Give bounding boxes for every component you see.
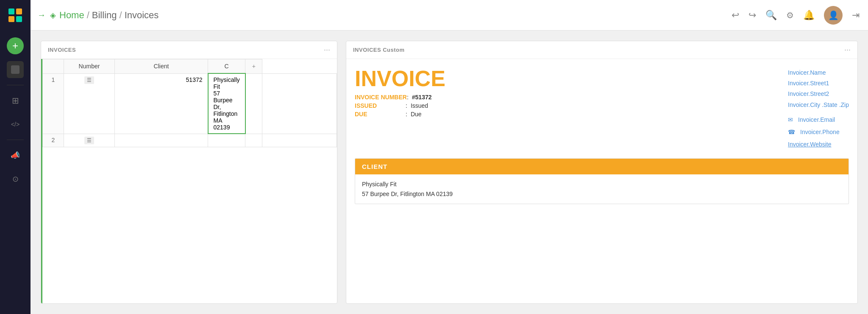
th-add[interactable]: +: [245, 59, 262, 74]
invoice-due-value: Due: [411, 111, 422, 118]
row-empty-2: [262, 134, 337, 147]
invoice-top: INVOICE INVOICE NUMBER : #51372 ISSUED :…: [355, 67, 849, 150]
client-body: Physically Fit 57 Burpee Dr, Fitlington …: [355, 174, 849, 204]
th-empty: [43, 59, 64, 74]
invoicer-street1[interactable]: Invoicer.Street1: [788, 78, 849, 89]
row-c-2: [245, 134, 262, 147]
sidebar-item-help[interactable]: ⊙: [7, 171, 24, 188]
client-address-preview: 57 Burpee Dr, Fitlington MA 02139: [362, 189, 842, 199]
sidebar-item-megaphone[interactable]: 📣: [7, 147, 24, 164]
invoicer-contact: ✉ Invoicer.Email ☎ Invoicer.Phone Invoic…: [788, 115, 849, 150]
row-number-2: [115, 134, 208, 147]
topbar: → ◈ Home / Billing / Invoices ↩ ↪ 🔍 ⚙ 🔔 …: [0, 0, 868, 31]
row-empty-1: [262, 73, 337, 134]
breadcrumb-billing[interactable]: Billing: [92, 10, 117, 21]
sidebar-item-active[interactable]: [7, 61, 24, 78]
invoicer-info: Invoicer.Name Invoicer.Street1 Invoicer.…: [788, 67, 849, 150]
invoicer-email[interactable]: Invoicer.Email: [798, 115, 835, 125]
phone-icon: ☎: [788, 127, 795, 137]
undo-button[interactable]: ↩: [732, 10, 739, 21]
sidebar-item-code[interactable]: </>: [7, 116, 24, 133]
invoice-title-text: INVOICE: [355, 67, 445, 90]
invoice-due-colon: :: [406, 111, 407, 118]
invoices-more-icon[interactable]: ···: [324, 45, 330, 54]
expand-button[interactable]: ⇥: [852, 10, 860, 21]
breadcrumb-invoices[interactable]: Invoices: [125, 10, 159, 21]
invoice-preview-panel: INVOICES Custom ··· INVOICE INVOICE NUMB…: [346, 41, 858, 304]
invoicer-street2[interactable]: Invoicer.Street2: [788, 89, 849, 99]
invoices-table: Number Client C + 1 ☰ 51372 Physicall: [42, 59, 337, 147]
row-num-1: 1: [43, 73, 64, 134]
logo: [0, 0, 31, 31]
table-wrapper: Number Client C + 1 ☰ 51372 Physicall: [41, 59, 337, 303]
breadcrumb-doc-icon: ◈: [50, 11, 56, 20]
row-client-1[interactable]: Physically Fit 57 Burpee Dr, Fitlington …: [208, 73, 245, 134]
bell-button[interactable]: 🔔: [803, 10, 815, 21]
row-icon-2[interactable]: ☰: [64, 134, 115, 147]
row-client-2[interactable]: [208, 134, 245, 147]
row-icon-1[interactable]: ☰: [64, 73, 115, 134]
th-number: Number: [64, 59, 115, 74]
row-menu-btn-2[interactable]: ☰: [84, 137, 94, 144]
invoice-issued-colon: :: [406, 102, 407, 109]
client-header: CLIENT: [355, 159, 849, 174]
breadcrumb-home[interactable]: Home: [59, 10, 84, 21]
sidebar-item-grid[interactable]: ⊞: [7, 92, 24, 109]
client-name-preview: Physically Fit: [362, 179, 842, 189]
invoice-preview-header: INVOICES Custom ···: [346, 41, 857, 59]
nav-arrow-icon[interactable]: →: [37, 10, 46, 20]
invoice-due-label: DUE: [355, 111, 406, 118]
row-c-1: [245, 73, 262, 134]
invoicer-city[interactable]: Invoicer.City .State .Zip: [788, 100, 849, 110]
sidebar-divider2: [7, 140, 24, 140]
email-icon: ✉: [788, 115, 793, 125]
invoice-preview-body: INVOICE INVOICE NUMBER : #51372 ISSUED :…: [346, 59, 857, 303]
invoices-panel: INVOICES ··· Number Client C +: [41, 41, 337, 304]
invoice-number-label: INVOICE NUMBER: [355, 94, 407, 101]
sidebar-active-icon: [11, 65, 19, 74]
table-row: 1 ☰ 51372 Physically Fit 57 Burpee Dr, F…: [43, 73, 337, 134]
invoicer-website[interactable]: Invoicer.Website: [788, 141, 831, 148]
invoice-issued-row: ISSUED : Issued: [355, 102, 445, 109]
sidebar: + ⊞ </> 📣 ⊙: [0, 31, 31, 314]
invoice-number-row: INVOICE NUMBER : #51372: [355, 94, 445, 101]
share-button[interactable]: ⚙: [786, 10, 794, 20]
invoice-number-value: #51372: [412, 94, 432, 101]
table-row: 2 ☰: [43, 134, 337, 147]
row-number-1[interactable]: 51372: [115, 73, 208, 134]
invoice-issued-value: Issued: [411, 102, 428, 109]
invoicer-name[interactable]: Invoicer.Name: [788, 67, 849, 78]
client-address-1: 57 Burpee Dr, Fitlington MA 02139: [214, 90, 240, 131]
sidebar-divider: [7, 85, 24, 85]
invoice-number-colon: :: [407, 94, 409, 101]
breadcrumb-sep2: /: [120, 10, 122, 21]
search-button[interactable]: 🔍: [765, 10, 777, 21]
client-section: CLIENT Physically Fit 57 Burpee Dr, Fitl…: [355, 158, 849, 204]
topbar-actions: ↩ ↪ 🔍 ⚙ 🔔 👤 ⇥: [732, 6, 860, 25]
main-area: + ⊞ </> 📣 ⊙ INVOICES ··· Number: [0, 31, 868, 314]
invoice-due-row: DUE : Due: [355, 111, 445, 118]
invoice-details: INVOICE NUMBER : #51372 ISSUED : Issued …: [355, 94, 445, 118]
breadcrumb-sep1: /: [87, 10, 89, 21]
avatar[interactable]: 👤: [824, 6, 843, 25]
breadcrumb: Home / Billing / Invoices: [59, 10, 159, 21]
invoicer-phone[interactable]: Invoicer.Phone: [800, 127, 840, 137]
invoice-preview-more-icon[interactable]: ···: [844, 45, 851, 54]
invoice-preview-title: INVOICES Custom: [353, 47, 405, 53]
content-area: INVOICES ··· Number Client C +: [31, 31, 868, 314]
redo-button[interactable]: ↪: [748, 10, 756, 21]
th-c: C: [208, 59, 245, 74]
row-menu-btn-1[interactable]: ☰: [84, 76, 94, 84]
invoice-big-title: INVOICE INVOICE NUMBER : #51372 ISSUED :…: [355, 67, 445, 150]
client-name-1: Physically Fit: [214, 76, 240, 90]
th-client: Client: [115, 59, 208, 74]
invoices-panel-title: INVOICES: [48, 47, 76, 53]
invoices-panel-header: INVOICES ···: [41, 41, 337, 59]
row-num-2: 2: [43, 134, 64, 147]
invoice-issued-label: ISSUED: [355, 102, 406, 109]
add-button[interactable]: +: [7, 37, 24, 54]
